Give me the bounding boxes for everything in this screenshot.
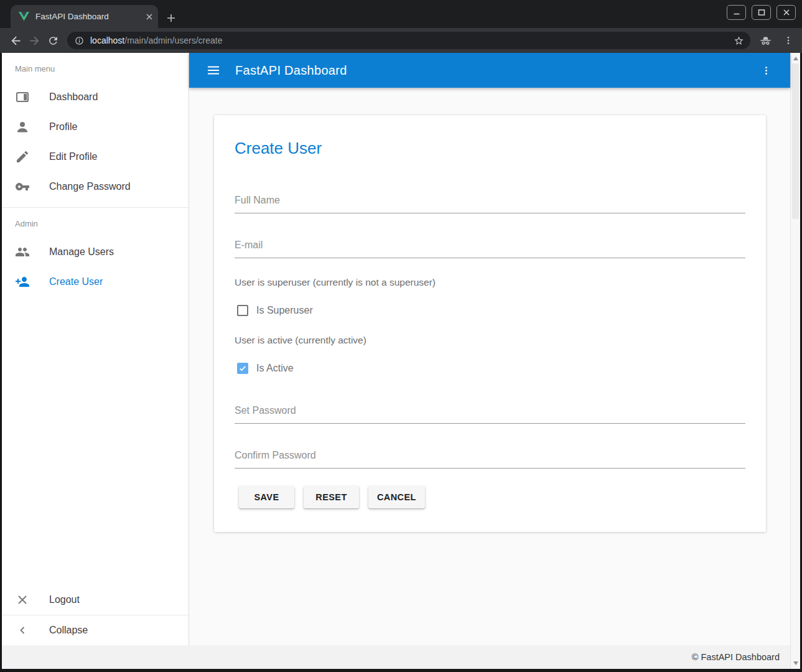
back-icon[interactable]: [6, 31, 25, 50]
appbar-menu-icon[interactable]: [761, 65, 772, 76]
sidebar-item-label: Collapse: [49, 625, 88, 636]
sidebar-item-create-user[interactable]: Create User: [2, 267, 189, 297]
sidebar-item-label: Dashboard: [49, 91, 98, 103]
browser-menu-icon[interactable]: [783, 35, 793, 45]
create-user-card: Create User User is superuser (currently…: [214, 115, 766, 532]
hamburger-menu-icon[interactable]: [206, 63, 221, 78]
set-password-field[interactable]: [235, 404, 745, 424]
sidebar: Main menu Dashboard Profile: [2, 53, 189, 645]
address-bar[interactable]: localhost/main/admin/users/create: [67, 32, 750, 49]
checkbox-checked-icon[interactable]: [237, 363, 248, 374]
sidebar-item-manage-users[interactable]: Manage Users: [2, 237, 189, 267]
sidebar-item-edit-profile[interactable]: Edit Profile: [2, 142, 189, 172]
sidebar-item-label: Manage Users: [49, 246, 114, 258]
form-buttons: SAVE RESET CANCEL: [235, 486, 745, 508]
sidebar-item-change-password[interactable]: Change Password: [2, 172, 189, 202]
maximize-button[interactable]: [752, 5, 771, 20]
page-title: Create User: [235, 139, 745, 158]
browser-window: FastAPI Dashboard: [0, 0, 802, 672]
browser-toolbar: localhost/main/admin/users/create: [0, 28, 802, 53]
save-button[interactable]: SAVE: [239, 486, 294, 508]
vue-logo-icon: [19, 12, 29, 21]
forward-icon[interactable]: [25, 31, 44, 50]
footer-copyright: © FastAPI Dashboard: [692, 652, 780, 662]
footer: © FastAPI Dashboard: [2, 645, 790, 669]
window-controls: [727, 5, 796, 20]
person-icon: [15, 119, 30, 134]
sidebar-item-label: Edit Profile: [49, 151, 97, 162]
checkbox-label: Is Active: [256, 363, 294, 374]
scrollbar-thumb[interactable]: [792, 63, 799, 219]
email-field[interactable]: [235, 238, 745, 258]
bookmark-star-icon[interactable]: [734, 35, 744, 46]
close-icon: [15, 592, 30, 607]
sidebar-item-label: Logout: [49, 594, 80, 605]
url-text: localhost/main/admin/users/create: [90, 35, 222, 45]
appbar: FastAPI Dashboard: [189, 53, 790, 88]
url-path: /main/admin/users/create: [124, 35, 222, 45]
sidebar-item-logout[interactable]: Logout: [2, 585, 189, 615]
sidebar-section-admin: Admin: [2, 208, 189, 237]
url-host: localhost: [90, 35, 124, 45]
main-area: FastAPI Dashboard Create User User is su…: [189, 53, 790, 645]
group-icon: [15, 245, 30, 259]
checkbox-unchecked-icon[interactable]: [237, 305, 248, 316]
sidebar-item-label: Change Password: [49, 181, 131, 192]
superuser-checkbox[interactable]: Is Superuser: [235, 305, 745, 316]
active-note: User is active (currently active): [235, 335, 745, 346]
dashboard-icon: [15, 90, 30, 105]
chevron-left-icon: [15, 623, 30, 638]
key-icon: [15, 179, 30, 194]
close-window-button[interactable]: [776, 5, 796, 20]
cancel-button[interactable]: CANCEL: [368, 486, 425, 508]
full-name-field[interactable]: [235, 194, 745, 213]
browser-tab-strip: FastAPI Dashboard: [0, 0, 802, 28]
pencil-icon: [15, 149, 30, 164]
checkbox-label: Is Superuser: [256, 305, 313, 316]
page-content: Main menu Dashboard Profile: [2, 53, 800, 669]
minimize-button[interactable]: [727, 5, 746, 20]
confirm-password-field[interactable]: [235, 449, 745, 469]
site-info-icon[interactable]: [75, 36, 84, 45]
sidebar-section-main-menu: Main menu: [2, 53, 189, 82]
appbar-title: FastAPI Dashboard: [235, 63, 347, 78]
sidebar-item-collapse[interactable]: Collapse: [2, 615, 189, 645]
page-scrollbar[interactable]: [790, 53, 800, 669]
reset-button[interactable]: RESET: [304, 486, 359, 508]
superuser-note: User is superuser (currently is not a su…: [235, 277, 745, 288]
page-body: Create User User is superuser (currently…: [189, 88, 790, 645]
tab-title: FastAPI Dashboard: [35, 12, 146, 21]
incognito-icon: [759, 34, 772, 47]
scroll-up-icon[interactable]: [793, 57, 798, 60]
sidebar-item-profile[interactable]: Profile: [2, 112, 189, 142]
scroll-down-icon[interactable]: [793, 661, 798, 665]
sidebar-item-dashboard[interactable]: Dashboard: [2, 82, 189, 112]
tab-close-icon[interactable]: [146, 13, 153, 21]
sidebar-item-label: Create User: [49, 276, 103, 287]
active-checkbox[interactable]: Is Active: [235, 363, 745, 374]
browser-tab[interactable]: FastAPI Dashboard: [11, 5, 158, 28]
new-tab-icon[interactable]: [167, 14, 175, 22]
sidebar-item-label: Profile: [49, 121, 77, 133]
reload-icon[interactable]: [44, 31, 62, 50]
person-add-icon: [15, 274, 30, 289]
